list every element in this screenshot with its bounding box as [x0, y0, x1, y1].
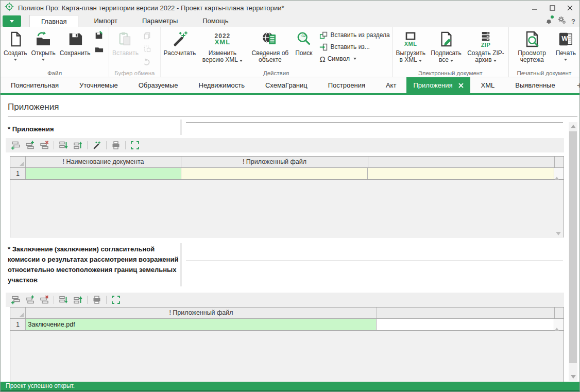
delete-row-button[interactable]: [39, 294, 50, 305]
tab-obrazuemye[interactable]: Образуемые: [128, 77, 189, 93]
tab-xml[interactable]: XML: [470, 77, 505, 93]
move-row-down-button[interactable]: [58, 140, 69, 151]
change-xml-version-button[interactable]: 2022 XML Изменить версию XML: [198, 28, 247, 63]
column-header-doc-name[interactable]: ! Наименование документа: [26, 157, 181, 167]
save-button[interactable]: Сохранить: [58, 28, 93, 57]
group-label-file: Файл: [1, 70, 109, 76]
open-button[interactable]: Открыть: [29, 28, 58, 61]
cell-attached-file[interactable]: [181, 168, 368, 179]
scrollbar-down-button[interactable]: [569, 372, 577, 381]
conclusion-toolbar: [6, 293, 564, 307]
magic-wand-icon: [172, 29, 188, 49]
insert-row-button[interactable]: [24, 294, 36, 305]
file-menu-button[interactable]: [3, 15, 21, 27]
tab-shemagranic[interactable]: СхемаГраниц: [255, 77, 318, 93]
cell-attached-file[interactable]: Заключение.pdf: [26, 319, 377, 330]
preview-drawing-icon: [524, 29, 540, 49]
scroll-down-icon[interactable]: [556, 232, 561, 235]
tab-postroeniya[interactable]: Построения: [318, 77, 376, 93]
move-row-down-button[interactable]: [58, 294, 69, 305]
page-scrollbar[interactable]: [569, 122, 577, 381]
export-xml-button[interactable]: XML Выгрузить в XML: [394, 28, 428, 63]
symbol-button[interactable]: Ω Символ: [319, 54, 389, 64]
tab-prilozheniya[interactable]: Приложения: [406, 77, 470, 93]
object-info-button[interactable]: Сведения об объекте: [247, 28, 294, 63]
tab-poyasnitelnaya[interactable]: Пояснительная: [1, 77, 69, 93]
column-header-attached-file[interactable]: ! Приложенный файл: [181, 157, 368, 167]
save-as-icon: [94, 31, 104, 40]
tab-utochnyaemye[interactable]: Уточняемые: [69, 77, 128, 93]
add-row-button[interactable]: [10, 294, 21, 305]
move-row-up-button[interactable]: [72, 294, 83, 305]
insert-from-section-button[interactable]: Вставить из раздела: [319, 30, 389, 40]
minimize-button[interactable]: [526, 1, 543, 15]
search-button[interactable]: :12 Поиск: [293, 28, 314, 57]
tab-nedvizhimost[interactable]: Недвижимость: [189, 77, 255, 93]
scroll-up-icon[interactable]: [554, 168, 559, 180]
calculate-button[interactable]: Рассчитать: [162, 28, 198, 57]
create-zip-button[interactable]: ZIP Создать ZIP-архив: [464, 28, 507, 63]
cell-extra[interactable]: [368, 168, 554, 179]
attachments-table: ! Наименование документа ! Приложенный ф…: [10, 156, 564, 237]
move-down-icon: [59, 295, 68, 304]
column-header-attached-file[interactable]: ! Приложенный файл: [26, 308, 377, 318]
paste-button[interactable]: Вставить: [110, 28, 141, 57]
sign-all-button[interactable]: Подписать все: [428, 28, 465, 63]
save-as-button[interactable]: [93, 30, 105, 41]
add-row-button[interactable]: [10, 140, 21, 151]
dropdown-arrow-icon: [240, 60, 243, 62]
preview-drawing-button[interactable]: Просмотр чертежа: [510, 28, 554, 63]
cell-extra[interactable]: [377, 319, 554, 330]
tab-vyyavlennye[interactable]: Выявленные: [505, 77, 565, 93]
row-number[interactable]: 1: [10, 168, 26, 179]
print-table-button[interactable]: [91, 294, 103, 305]
cell-doc-name[interactable]: [26, 168, 181, 179]
undo-button[interactable]: [142, 56, 153, 67]
select-all-corner[interactable]: [10, 308, 26, 318]
divider: [8, 116, 577, 117]
menu-tab-help[interactable]: Помощь: [193, 15, 237, 27]
insert-from-button[interactable]: Вставить из...: [319, 42, 389, 52]
tab-akt[interactable]: Акт: [376, 77, 406, 93]
print-table-button[interactable]: [110, 140, 122, 151]
minimize-icon: [532, 5, 538, 11]
paste-special-button[interactable]: [142, 43, 153, 54]
menu-tab-import[interactable]: Импорт: [84, 15, 126, 27]
open-recent-button[interactable]: [93, 43, 105, 54]
copy-button[interactable]: [142, 30, 153, 41]
create-button[interactable]: Создать: [2, 28, 29, 61]
page-content: Приложения * Приложения: [1, 95, 579, 382]
close-button[interactable]: [561, 1, 578, 15]
delete-row-button[interactable]: [39, 140, 50, 151]
expand-table-button[interactable]: [110, 294, 122, 305]
expand-icon: [111, 295, 121, 304]
object-info-icon: [262, 29, 278, 49]
sign-icon: [438, 29, 454, 49]
tab-close-icon[interactable]: [458, 83, 464, 88]
maximize-button[interactable]: [543, 1, 561, 15]
table-scrollbar[interactable]: [554, 319, 564, 330]
select-all-corner[interactable]: [10, 157, 26, 167]
field-underline: [186, 122, 563, 123]
window-title: Полигон Про: Карта-план территории верси…: [18, 4, 284, 12]
add-tab-button[interactable]: +: [569, 77, 580, 93]
scrollbar-thumb[interactable]: [569, 131, 577, 363]
insert-row-button[interactable]: [24, 140, 36, 151]
move-up-icon: [73, 295, 82, 304]
menu-tab-main[interactable]: Главная: [29, 15, 78, 27]
scrollbar-up-button[interactable]: [569, 122, 577, 130]
delete-row-icon: [40, 295, 49, 304]
move-down-icon: [59, 141, 68, 150]
move-row-up-button[interactable]: [72, 140, 83, 151]
menu-tab-settings[interactable]: Параметры: [133, 15, 187, 27]
expand-table-button[interactable]: [129, 140, 141, 151]
notifications-button[interactable]: [545, 16, 553, 26]
row-number[interactable]: 1: [10, 319, 26, 330]
scroll-up-icon[interactable]: [554, 319, 559, 331]
table-scrollbar[interactable]: [554, 168, 564, 179]
settings-button[interactable]: [558, 16, 566, 26]
status-bar: Проект успешно открыт.: [1, 382, 579, 391]
print-button[interactable]: W Печать: [554, 28, 578, 61]
autofill-button[interactable]: [91, 140, 103, 151]
help-button[interactable]: ?: [571, 18, 575, 25]
